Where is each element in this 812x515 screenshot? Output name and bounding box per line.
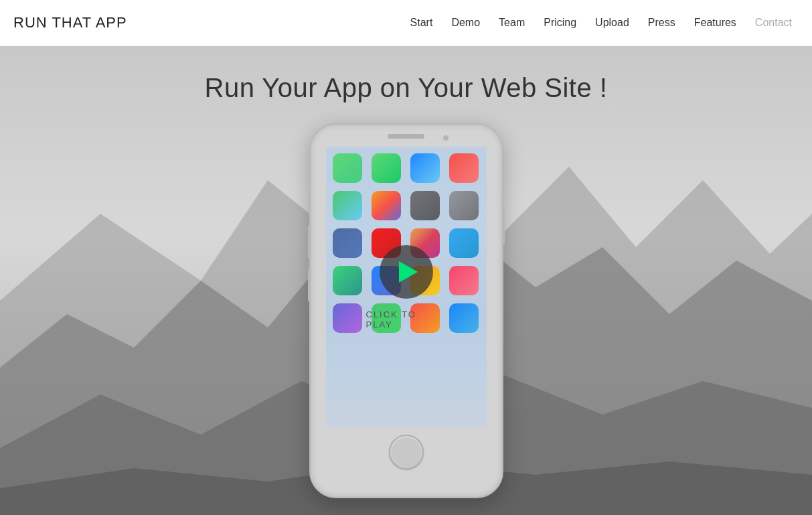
phone-screen: CLICK TO PLAY <box>326 147 487 428</box>
app-icon-settings <box>449 191 479 220</box>
power-button <box>502 205 505 245</box>
play-overlay[interactable]: CLICK TO PLAY <box>366 245 446 329</box>
app-icon-music <box>449 153 479 183</box>
app-icon-app8 <box>449 303 479 333</box>
volume-up-button <box>308 225 311 259</box>
phone-home-button[interactable] <box>389 435 424 469</box>
app-icon-facebook <box>333 228 362 258</box>
volume-down-button <box>308 269 311 302</box>
site-logo[interactable]: RUN THAT APP <box>13 14 127 31</box>
hero-title: Run Your App on Your Web Site ! <box>205 73 608 103</box>
phone-body: CLICK TO PLAY <box>309 123 503 498</box>
nav-pricing[interactable]: Pricing <box>544 17 576 28</box>
nav-start[interactable]: Start <box>410 17 433 28</box>
phone-camera <box>443 135 449 141</box>
app-icon-app5 <box>333 303 362 333</box>
nav-contact[interactable]: Contact <box>755 17 792 28</box>
nav-upload[interactable]: Upload <box>595 17 629 28</box>
nav-demo[interactable]: Demo <box>451 17 480 28</box>
nav-links: Start Demo Team Pricing Upload Press Fea… <box>410 17 792 29</box>
hero-section: Run Your App on Your Web Site ! <box>0 46 812 515</box>
navbar: RUN THAT APP Start Demo Team Pricing Upl… <box>0 0 812 46</box>
app-icon-phone <box>333 153 362 183</box>
app-icon-app4 <box>449 266 479 295</box>
click-to-play-label: CLICK TO PLAY <box>366 309 446 329</box>
app-icon-messages <box>372 153 401 183</box>
app-icon-maps <box>333 191 362 220</box>
app-icon-camera <box>410 191 440 220</box>
nav-team[interactable]: Team <box>499 17 525 28</box>
app-icon-safari <box>410 153 440 183</box>
phone-mockup: CLICK TO PLAY <box>309 123 503 498</box>
nav-features[interactable]: Features <box>694 17 736 28</box>
app-icon-twitter <box>449 228 479 258</box>
play-icon <box>399 261 418 283</box>
play-button[interactable] <box>380 245 433 299</box>
app-icon-whatsapp <box>333 266 362 295</box>
app-icon-photos <box>372 191 401 220</box>
nav-press[interactable]: Press <box>648 17 675 28</box>
mute-button <box>308 192 311 212</box>
phone-speaker <box>388 134 424 139</box>
